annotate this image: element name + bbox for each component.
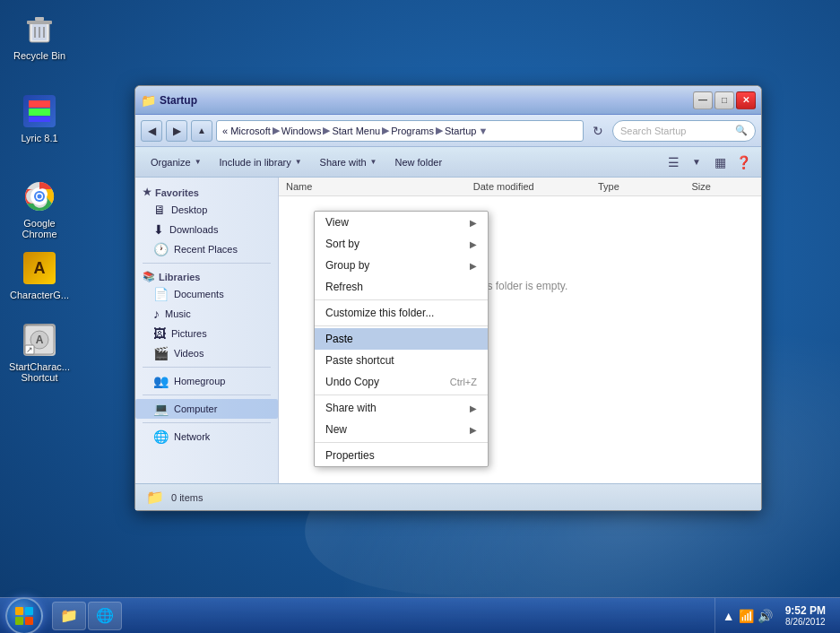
ctx-view[interactable]: View ▶ xyxy=(315,212,488,233)
share-with-button[interactable]: Share with ▼ xyxy=(312,151,385,174)
svg-rect-9 xyxy=(29,117,50,122)
up-button[interactable]: ▲ xyxy=(191,120,212,142)
share-with-arrow: ▼ xyxy=(370,158,377,166)
ctx-sort-by[interactable]: Sort by ▶ xyxy=(315,233,488,255)
character-label: CharacterG... xyxy=(10,290,69,300)
column-size[interactable]: Size xyxy=(691,181,754,192)
maximize-button[interactable]: □ xyxy=(714,91,734,109)
systray-expand-icon[interactable]: ▲ xyxy=(723,609,735,623)
startcharmap-label: StartCharac...Shortcut xyxy=(9,361,70,383)
systray-volume-icon[interactable]: 🔊 xyxy=(758,609,773,623)
view-button-details[interactable]: ▦ xyxy=(709,152,731,173)
view-button-dropdown[interactable]: ▼ xyxy=(686,152,707,173)
breadcrumb-microsoft: « Microsoft xyxy=(222,126,271,136)
start-button[interactable] xyxy=(0,598,48,634)
breadcrumb-windows: Windows xyxy=(281,126,322,136)
nav-item-recent-places[interactable]: 🕐 Recent Places xyxy=(135,239,278,259)
nav-divider-4 xyxy=(143,422,271,423)
nav-item-homegroup[interactable]: 👥 Homegroup xyxy=(135,371,278,391)
favorites-star-icon: ★ xyxy=(143,186,152,198)
libraries-header[interactable]: 📚 Libraries xyxy=(135,267,278,284)
ctx-customize[interactable]: Customize this folder... xyxy=(315,302,488,324)
search-icon: 🔍 xyxy=(735,125,748,136)
nav-item-desktop[interactable]: 🖥 Desktop xyxy=(135,200,278,220)
svg-rect-2 xyxy=(27,21,52,24)
nav-item-network[interactable]: 🌐 Network xyxy=(135,427,278,447)
search-box[interactable]: Search Startup 🔍 xyxy=(612,120,756,142)
title-bar: 📁 Startup — □ ✕ xyxy=(135,86,761,115)
desktop-icon-lyric[interactable]: Lyric 8.1 xyxy=(7,90,72,147)
close-button[interactable]: ✕ xyxy=(736,91,756,109)
ctx-paste-shortcut[interactable]: Paste shortcut xyxy=(315,350,488,371)
ctx-new[interactable]: New ▶ xyxy=(315,419,488,440)
startcharmap-icon: A ↗ xyxy=(22,322,57,358)
svg-rect-7 xyxy=(29,100,50,108)
include-library-button[interactable]: Include in library ▼ xyxy=(212,151,310,174)
ctx-group-by[interactable]: Group by ▶ xyxy=(315,255,488,276)
file-list-header: Name Date modified Type Size xyxy=(279,178,761,196)
nav-item-pictures[interactable]: 🖼 Pictures xyxy=(135,324,278,343)
refresh-button[interactable]: ↻ xyxy=(587,120,609,142)
title-bar-title: Startup xyxy=(160,94,693,107)
desktop-icon-recycle-bin[interactable]: Recycle Bin xyxy=(7,7,72,65)
desktop-icon-character[interactable]: A CharacterG... xyxy=(7,247,72,304)
toolbar: Organize ▼ Include in library ▼ Share wi… xyxy=(135,147,761,178)
start-orb[interactable] xyxy=(5,597,43,634)
title-bar-icon: 📁 xyxy=(141,93,156,108)
ctx-new-arrow: ▶ xyxy=(470,425,477,435)
recycle-bin-icon xyxy=(22,11,57,47)
nav-item-computer[interactable]: 💻 Computer xyxy=(135,399,278,419)
status-folder-icon: 📁 xyxy=(146,489,164,506)
column-date-modified[interactable]: Date modified xyxy=(473,181,598,192)
ctx-refresh[interactable]: Refresh xyxy=(315,276,488,298)
taskbar-btn-explorer[interactable]: 📁 xyxy=(52,602,86,630)
nav-divider-2 xyxy=(143,367,271,368)
svg-rect-3 xyxy=(35,17,44,21)
ctx-sort-arrow: ▶ xyxy=(470,239,477,249)
desktop: Recycle Bin Lyric 8.1 xyxy=(0,0,840,633)
taskbar: 📁 🌐 ▲ 📶 🔊 9:52 PM 8/26/2012 xyxy=(0,597,840,633)
column-name[interactable]: Name xyxy=(286,181,473,192)
taskbar-btn-chrome[interactable]: 🌐 xyxy=(88,602,122,630)
clock[interactable]: 9:52 PM 8/26/2012 xyxy=(778,604,833,627)
ctx-share-arrow: ▶ xyxy=(470,403,477,413)
ctx-properties[interactable]: Properties xyxy=(315,445,488,466)
network-nav-icon: 🌐 xyxy=(153,429,169,444)
desktop-icon-chrome[interactable]: Google Chrome xyxy=(7,175,72,243)
nav-item-music[interactable]: ♪ Music xyxy=(135,304,278,324)
ctx-undo-copy[interactable]: Undo Copy Ctrl+Z xyxy=(315,371,488,393)
desktop-icon-startcharmap[interactable]: A ↗ StartCharac...Shortcut xyxy=(7,318,72,386)
character-icon: A xyxy=(22,250,57,286)
systray: ▲ 📶 🔊 9:52 PM 8/26/2012 xyxy=(714,598,840,633)
address-bar[interactable]: « Microsoft ▶ Windows ▶ Start Menu ▶ Pro… xyxy=(216,120,584,142)
lyric-label: Lyric 8.1 xyxy=(21,133,57,143)
new-folder-button[interactable]: New folder xyxy=(386,151,450,174)
view-button-list[interactable]: ☰ xyxy=(662,152,684,173)
ctx-share-with[interactable]: Share with ▶ xyxy=(315,397,488,419)
ctx-paste[interactable]: Paste xyxy=(315,328,488,350)
clock-time: 9:52 PM xyxy=(785,604,826,617)
chrome-label: Google Chrome xyxy=(11,218,68,239)
back-button[interactable]: ◀ xyxy=(141,120,162,142)
systray-network-icon[interactable]: 📶 xyxy=(739,609,754,623)
systray-icons: ▲ 📶 🔊 xyxy=(723,609,773,623)
nav-item-documents[interactable]: 📄 Documents xyxy=(135,284,278,304)
music-nav-icon: ♪ xyxy=(153,307,160,321)
taskbar-chrome-icon: 🌐 xyxy=(96,607,114,624)
favorites-header[interactable]: ★ Favorites xyxy=(135,183,278,200)
column-type[interactable]: Type xyxy=(598,181,691,192)
help-button[interactable]: ❓ xyxy=(732,152,754,173)
desktop-nav-icon: 🖥 xyxy=(153,203,166,217)
libraries-icon: 📚 xyxy=(143,271,155,282)
ctx-undo-shortcut: Ctrl+Z xyxy=(450,377,477,387)
nav-item-downloads[interactable]: ⬇ Downloads xyxy=(135,220,278,239)
nav-item-videos[interactable]: 🎬 Videos xyxy=(135,343,278,363)
ctx-divider-2 xyxy=(315,325,488,326)
forward-button[interactable]: ▶ xyxy=(166,120,187,142)
organize-button[interactable]: Organize ▼ xyxy=(143,151,210,174)
ctx-view-arrow: ▶ xyxy=(470,218,477,228)
ctx-group-arrow: ▶ xyxy=(470,261,477,271)
svg-rect-23 xyxy=(25,617,33,625)
minimize-button[interactable]: — xyxy=(693,91,713,109)
breadcrumb-startmenu: Start Menu xyxy=(332,126,380,136)
